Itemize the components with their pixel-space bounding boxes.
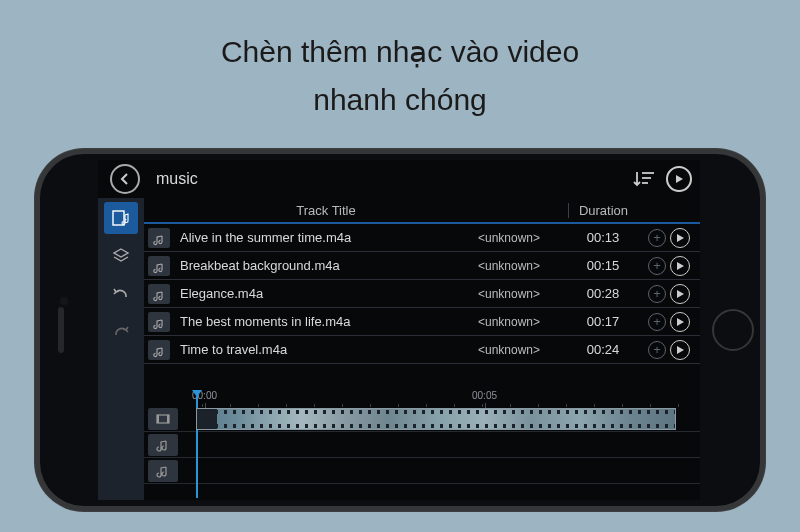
- track-meta: <unknown>: [478, 259, 568, 273]
- sidebar: [98, 198, 144, 500]
- track-name: Alive in the summer time.m4a: [180, 230, 478, 245]
- track-row[interactable]: Time to travel.m4a<unknown>00:24+: [144, 336, 700, 364]
- play-track-button[interactable]: [670, 256, 690, 276]
- redo-icon: [112, 323, 130, 341]
- track-meta: <unknown>: [478, 343, 568, 357]
- add-track-button[interactable]: +: [648, 285, 666, 303]
- chevron-left-icon: [119, 173, 131, 185]
- svg-rect-5: [157, 415, 159, 423]
- timeline-audio-track-1: [144, 432, 700, 458]
- track-meta: <unknown>: [478, 287, 568, 301]
- track-row[interactable]: Alive in the summer time.m4a<unknown>00:…: [144, 224, 700, 252]
- sidebar-item-music[interactable]: [104, 202, 138, 234]
- track-name: The best moments in life.m4a: [180, 314, 478, 329]
- audio-track-2-area[interactable]: [182, 458, 700, 483]
- add-track-button[interactable]: +: [648, 257, 666, 275]
- track-duration: 00:15: [568, 258, 638, 273]
- music-library-icon: [112, 209, 130, 227]
- play-track-button[interactable]: [670, 312, 690, 332]
- play-icon: [676, 234, 684, 242]
- audio-track-1-area[interactable]: [182, 432, 700, 457]
- track-row[interactable]: The best moments in life.m4a<unknown>00:…: [144, 308, 700, 336]
- track-table-header: Track Title Duration: [144, 198, 700, 224]
- music-file-icon: [148, 228, 170, 248]
- sidebar-item-layers[interactable]: [104, 240, 138, 272]
- video-clip[interactable]: [196, 408, 676, 430]
- screen-title: music: [156, 170, 622, 188]
- play-all-button[interactable]: [664, 164, 694, 194]
- header-track-title: Track Title: [144, 203, 568, 218]
- sort-button[interactable]: [628, 164, 658, 194]
- play-icon: [674, 174, 684, 184]
- track-duration: 00:13: [568, 230, 638, 245]
- phone-speaker: [58, 307, 64, 353]
- music-file-icon: [148, 256, 170, 276]
- timeline-audio-track-2: [144, 458, 700, 484]
- music-file-icon: [148, 284, 170, 304]
- sidebar-item-undo[interactable]: [104, 278, 138, 310]
- top-bar: music: [98, 160, 700, 198]
- music-file-icon: [148, 340, 170, 360]
- audio-track-icon: [148, 460, 178, 482]
- promo-line-1: Chèn thêm nhạc vào video: [0, 28, 800, 76]
- play-track-button[interactable]: [670, 340, 690, 360]
- track-name: Elegance.m4a: [180, 286, 478, 301]
- track-row[interactable]: Breakbeat background.m4a<unknown>00:15+: [144, 252, 700, 280]
- track-name: Time to travel.m4a: [180, 342, 478, 357]
- svg-rect-6: [167, 415, 169, 423]
- audio-track-icon: [148, 434, 178, 456]
- back-button[interactable]: [110, 164, 140, 194]
- track-list: Alive in the summer time.m4a<unknown>00:…: [144, 224, 700, 364]
- track-row[interactable]: Elegance.m4a<unknown>00:28+: [144, 280, 700, 308]
- track-meta: <unknown>: [478, 231, 568, 245]
- track-duration: 00:28: [568, 286, 638, 301]
- sidebar-item-redo[interactable]: [104, 316, 138, 348]
- layers-icon: [112, 247, 130, 265]
- play-icon: [676, 262, 684, 270]
- track-name: Breakbeat background.m4a: [180, 258, 478, 273]
- add-track-button[interactable]: +: [648, 341, 666, 359]
- app-screen: music: [98, 160, 700, 500]
- timeline-video-track: [144, 406, 700, 432]
- sort-icon: [632, 170, 654, 188]
- track-duration: 00:17: [568, 314, 638, 329]
- add-track-button[interactable]: +: [648, 313, 666, 331]
- home-button[interactable]: [712, 309, 754, 351]
- timeline-panel: 00:00 00:05: [144, 390, 700, 500]
- play-track-button[interactable]: [670, 228, 690, 248]
- track-duration: 00:24: [568, 342, 638, 357]
- add-track-button[interactable]: +: [648, 229, 666, 247]
- ruler-tick-1: 00:05: [472, 390, 497, 401]
- promo-title: Chèn thêm nhạc vào video nhanh chóng: [0, 0, 800, 124]
- undo-icon: [112, 285, 130, 303]
- music-file-icon: [148, 312, 170, 332]
- play-icon: [676, 346, 684, 354]
- phone-frame: music: [34, 148, 766, 512]
- header-duration: Duration: [568, 203, 638, 218]
- track-meta: <unknown>: [478, 315, 568, 329]
- video-track-icon: [148, 408, 178, 430]
- phone-camera: [60, 297, 68, 305]
- play-icon: [676, 318, 684, 326]
- promo-line-2: nhanh chóng: [0, 76, 800, 124]
- play-icon: [676, 290, 684, 298]
- content-panel: Track Title Duration Alive in the summer…: [144, 198, 700, 500]
- play-track-button[interactable]: [670, 284, 690, 304]
- timeline-ruler[interactable]: 00:00 00:05: [182, 390, 700, 406]
